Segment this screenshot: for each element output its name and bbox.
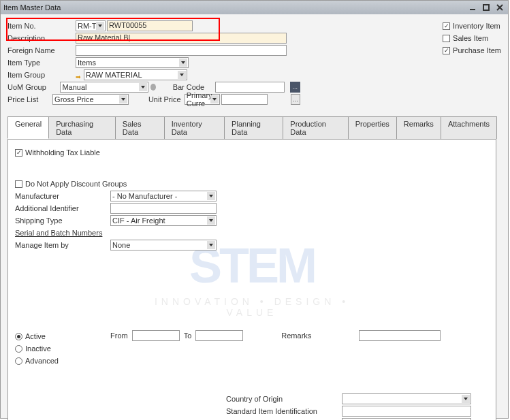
withholding-checkbox[interactable] [15,149,22,157]
chevron-down-icon [96,22,104,30]
maximize-button[interactable] [481,3,492,12]
uom-group-label: UoM Group [7,83,60,91]
barcode-label: Bar Code [173,83,215,91]
tab-attachments[interactable]: Attachments [441,116,497,139]
price-list-label: Price List [7,95,52,103]
active-label: Active [25,332,46,340]
purchase-item-checkbox[interactable] [443,47,450,54]
unit-price-currency-combo[interactable]: Primary Curre [185,94,220,105]
barcode-browse-button[interactable]: ... [290,82,300,93]
no-discount-label: Do Not Apply Discount Groups [25,180,127,188]
country-origin-label: Country of Origin [226,395,342,403]
chevron-down-icon [179,59,187,67]
manufacturer-label: Manufacturer [15,192,110,200]
std-item-id-input[interactable] [342,406,471,417]
barcode-input[interactable] [215,82,285,93]
chevron-down-icon [462,395,470,403]
shipping-type-label: Shipping Type [15,216,110,225]
tab-sales[interactable]: Sales Data [115,116,165,139]
item-group-combo[interactable]: RAW MATERIAL [84,69,187,80]
inventory-item-label: Inventory Item [453,22,500,30]
chevron-down-icon [207,241,215,249]
chevron-down-icon [139,83,147,91]
advanced-label: Advanced [25,357,59,365]
purchase-item-label: Purchase Item [453,46,501,54]
inventory-item-checkbox[interactable] [443,22,450,30]
additional-id-input[interactable] [110,203,217,214]
country-origin-combo[interactable] [342,393,471,404]
item-type-label: Item Type [7,59,76,67]
item-no-prefix-combo[interactable]: RM-TB [76,20,106,31]
std-item-id-label: Standard Item Identification [226,407,342,415]
tab-remarks[interactable]: Remarks [396,116,441,139]
manage-item-combo[interactable]: None [110,240,217,251]
manufacturer-combo[interactable]: - No Manufacturer - [110,191,217,201]
general-panel: STEM INNOVATION • DESIGN • VALUE Withhol… [7,140,496,420]
description-label: Description [7,34,76,42]
item-group-label: Item Group [7,71,76,79]
inactive-radio[interactable] [15,345,22,353]
no-discount-checkbox[interactable] [15,180,22,188]
tab-inventory[interactable]: Inventory Data [164,116,225,139]
additional-id-label: Additional Identifier [15,204,110,212]
window-title: Item Master Data [3,3,467,12]
svg-rect-1 [483,5,489,10]
item-no-label: Item No. [7,22,76,30]
uom-detail-icon[interactable] [150,84,156,91]
link-arrow-icon[interactable] [76,72,84,78]
tabs: General Purchasing Data Sales Data Inven… [7,116,496,140]
from-input[interactable] [132,330,180,341]
shipping-type-combo[interactable]: CIF - Air Freight [110,215,217,226]
tab-production[interactable]: Production Data [283,116,348,139]
unit-price-label: Unit Price [148,95,185,103]
to-input[interactable] [195,330,243,341]
uom-group-combo[interactable]: Manual [60,82,148,93]
remarks-input[interactable] [359,330,441,341]
tab-properties[interactable]: Properties [348,116,397,139]
titlebar: Item Master Data [1,1,508,14]
item-flags: Inventory Item Sales Item Purchase Item [443,20,501,56]
foreign-name-input[interactable] [76,45,287,56]
active-radio[interactable] [15,333,22,340]
tab-general[interactable]: General [7,116,49,139]
to-label: To [184,332,192,340]
chevron-down-icon [119,95,127,103]
chevron-down-icon [210,95,219,103]
withholding-label: Withholding Tax Liable [25,148,100,157]
tab-planning[interactable]: Planning Data [224,116,283,139]
from-label: From [110,332,128,340]
remarks-label: Remarks [281,332,311,340]
chevron-down-icon [207,216,215,225]
manage-item-label: Manage Item by [15,241,110,249]
tab-purchasing[interactable]: Purchasing Data [48,116,116,139]
item-type-combo[interactable]: Items [76,57,189,68]
unit-price-browse-button[interactable]: ... [291,94,300,105]
close-button[interactable] [494,3,505,12]
sales-item-checkbox[interactable] [443,35,450,42]
chevron-down-icon [178,71,186,79]
price-list-combo[interactable]: Gross Price [52,94,129,105]
inactive-label: Inactive [25,344,51,353]
item-no-input[interactable]: RWT00055 [107,20,193,31]
unit-price-input[interactable] [221,94,268,105]
sales-item-label: Sales Item [453,34,488,42]
description-input[interactable]: Raw Material B| [76,33,287,44]
chevron-down-icon [207,192,215,200]
advanced-radio[interactable] [15,357,22,365]
foreign-name-label: Foreign Name [7,46,76,54]
serial-batch-link[interactable]: Serial and Batch Numbers [15,229,110,237]
minimize-button[interactable] [467,3,478,12]
